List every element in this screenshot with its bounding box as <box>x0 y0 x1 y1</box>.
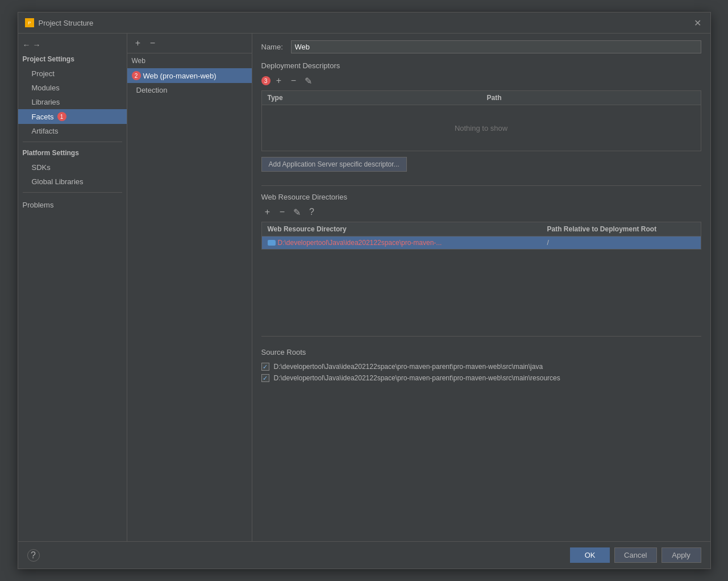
wrd-remove-button[interactable]: − <box>276 206 289 218</box>
dd-table-header: Type Path <box>262 91 701 105</box>
apply-button[interactable]: Apply <box>662 547 701 563</box>
nav-arrows: ← → <box>18 38 127 52</box>
dd-col-type: Type <box>262 91 481 105</box>
left-sidebar: ← → Project Settings Project Modules Lib… <box>18 34 127 541</box>
facet-badge-2: 2 <box>132 71 141 80</box>
sidebar-item-modules[interactable]: Modules <box>18 81 127 95</box>
dialog-title: Project Structure <box>39 19 94 27</box>
sidebar-item-project[interactable]: Project <box>18 67 127 81</box>
wrd-cell-path: / <box>542 236 701 249</box>
facet-add-button[interactable]: + <box>132 37 144 49</box>
project-settings-label: Project Settings <box>18 52 127 67</box>
back-button[interactable]: ← <box>23 40 31 49</box>
facet-tree-panel: + − Web 2 Web (pro-maven-web) Detection <box>127 34 252 541</box>
wrd-empty-space <box>261 252 701 331</box>
dd-col-path: Path <box>481 91 701 105</box>
name-input[interactable] <box>291 40 701 53</box>
dd-empty-text: Nothing to show <box>455 124 507 132</box>
sidebar-item-global-libraries[interactable]: Global Libraries <box>18 175 127 189</box>
platform-settings-label: Platform Settings <box>18 146 127 160</box>
cancel-button[interactable]: Cancel <box>614 547 656 563</box>
forward-button[interactable]: → <box>33 40 41 49</box>
facet-detection[interactable]: Detection <box>127 83 252 97</box>
facet-toolbar: + − <box>127 34 252 53</box>
wrd-table: Web Resource Directory Path Relative to … <box>261 222 701 250</box>
section-divider-1 <box>261 185 701 186</box>
facet-remove-button[interactable]: − <box>147 37 159 49</box>
wrd-title: Web Resource Directories <box>261 193 701 201</box>
folder-icon <box>268 240 276 246</box>
sidebar-item-problems[interactable]: Problems <box>18 196 127 214</box>
sidebar-item-libraries[interactable]: Libraries <box>18 95 127 109</box>
facets-badge: 1 <box>57 112 66 121</box>
help-button[interactable]: ? <box>27 549 40 562</box>
wrd-col2: Path Relative to Deployment Root <box>542 222 701 236</box>
source-root-item-0: D:\developertool\Java\idea202122space\pr… <box>261 361 701 372</box>
wrd-add-button[interactable]: + <box>261 206 274 218</box>
sidebar-item-artifacts[interactable]: Artifacts <box>18 124 127 138</box>
dd-edit-button[interactable]: ✎ <box>302 74 315 87</box>
main-content: Name: Deployment Descriptors 3 + − ✎ Typ… <box>252 34 710 541</box>
ok-button[interactable]: OK <box>570 547 610 563</box>
sidebar-item-facets[interactable]: Facets 1 <box>18 109 127 124</box>
wrd-col1: Web Resource Directory <box>262 222 542 236</box>
wrd-toolbar: + − ✎ ? <box>261 206 701 218</box>
wrd-table-row[interactable]: D:\developertool\Java\idea202122space\pr… <box>262 236 701 249</box>
sidebar-item-sdks[interactable]: SDKs <box>18 160 127 175</box>
dd-table-body: Nothing to show <box>262 105 701 151</box>
close-button[interactable]: ✕ <box>692 17 704 28</box>
sidebar-divider <box>23 142 122 142</box>
wrd-cell-directory: D:\developertool\Java\idea202122space\pr… <box>262 236 542 249</box>
source-root-path-0: D:\developertool\Java\idea202122space\pr… <box>274 363 543 371</box>
add-server-button[interactable]: Add Application Server specific descript… <box>261 157 407 172</box>
source-root-path-1: D:\developertool\Java\idea202122space\pr… <box>274 374 560 382</box>
facet-web-item[interactable]: 2 Web (pro-maven-web) <box>127 68 252 83</box>
title-bar: P Project Structure ✕ <box>18 13 710 34</box>
dd-remove-button[interactable]: − <box>288 74 300 87</box>
wrd-help-button[interactable]: ? <box>306 206 318 218</box>
wrd-table-header: Web Resource Directory Path Relative to … <box>262 222 701 236</box>
bottom-bar: ? OK Cancel Apply <box>18 541 710 568</box>
deployment-descriptors-section: Deployment Descriptors 3 + − ✎ Type Path… <box>261 61 701 181</box>
sidebar-divider-2 <box>23 192 122 193</box>
web-resource-directories-section: Web Resource Directories + − ✎ ? Web Res… <box>261 193 701 252</box>
source-root-checkbox-0[interactable] <box>261 363 269 371</box>
name-row: Name: <box>261 40 701 53</box>
source-roots-title: Source Roots <box>261 348 701 356</box>
dd-add-badge: 3 <box>261 76 271 85</box>
deployment-descriptors-title: Deployment Descriptors <box>261 61 701 70</box>
wrd-edit-button[interactable]: ✎ <box>291 206 303 218</box>
deployment-descriptors-toolbar: 3 + − ✎ <box>261 74 701 87</box>
app-icon: P <box>25 18 34 27</box>
deployment-descriptors-table: Type Path Nothing to show <box>261 90 701 151</box>
source-roots-section: Source Roots D:\developertool\Java\idea2… <box>261 348 701 384</box>
source-root-item-1: D:\developertool\Java\idea202122space\pr… <box>261 372 701 384</box>
dd-add-button[interactable]: + <box>273 74 285 87</box>
name-label: Name: <box>261 43 284 51</box>
section-divider-2 <box>261 336 701 337</box>
svg-text:P: P <box>28 20 31 26</box>
source-root-checkbox-1[interactable] <box>261 374 269 382</box>
facet-section-web: Web <box>127 53 252 68</box>
